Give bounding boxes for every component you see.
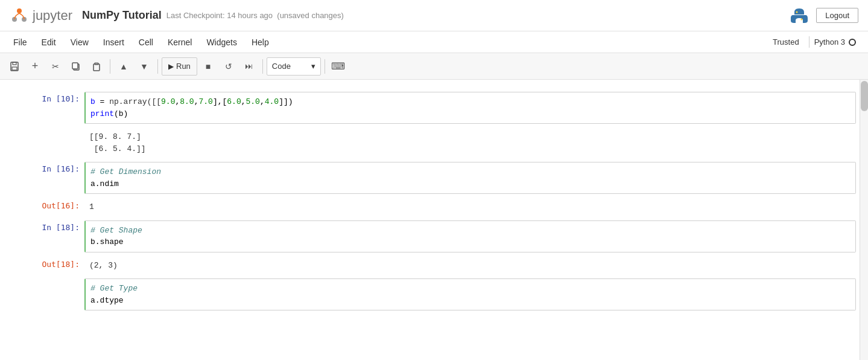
add-cell-button[interactable]: + [25,57,45,76]
header: jupyter NumPy Tutorial Last Checkpoint: … [0,0,868,31]
run-label: Run [176,62,191,71]
cell-code-18[interactable]: # Get Shape b.shape [84,220,856,252]
menubar-right: Trusted Python 3 [768,36,861,48]
save-button[interactable] [5,57,24,76]
cell-output-label-18: Out[18]: [12,257,84,269]
cell-label-16: In [16]: [12,162,84,173]
cell-output-18: Out[18]: (2, 3) [0,257,868,274]
cell-output-label-16: Out[16]: [12,199,84,210]
cell-output-text-18: (2, 3) [84,257,856,274]
jupyter-logo: jupyter [10,6,72,25]
copy-button[interactable] [66,57,86,76]
svg-rect-6 [13,62,16,65]
code-line-1: b = np.array([[9.0,8.0,7.0],[6.0,5.0,4.0… [90,96,851,108]
paste-button[interactable] [87,57,106,76]
cell-type-chevron: ▾ [311,62,315,71]
menu-cell[interactable]: Cell [133,35,159,50]
move-down-button[interactable]: ▼ [135,57,154,76]
kernel-name: Python 3 [814,37,845,47]
main-area: In [10]: b = np.array([[9.0,8.0,7.0],[6.… [0,80,868,360]
run-button[interactable]: ▶ Run [162,57,197,76]
cell-input-10: In [10]: b = np.array([[9.0,8.0,7.0],[6.… [0,92,868,124]
save-icon [10,62,19,71]
trusted-button[interactable]: Trusted [768,36,804,48]
code-comment-16: # Get Dimension [90,166,851,178]
paste-icon [92,62,101,71]
scrollbar-thumb[interactable] [861,81,868,111]
notebook-title[interactable]: NumPy Tutorial [82,9,162,22]
cell-output-text-10: [[9. 8. 7.] [6. 5. 4.]] [84,129,856,157]
menu-widgets[interactable]: Widgets [200,35,243,50]
code-comment-18: # Get Shape [90,225,851,237]
toolbar-separator-3 [262,59,263,74]
cell-label-10: In [10]: [12,92,84,103]
kernel-status-circle [849,39,856,46]
code-line-16: a.ndim [90,178,851,190]
jupyter-logo-icon [10,6,29,25]
code-line-18: b.shape [90,236,851,248]
code-line-2: print(b) [90,108,851,120]
toolbar-separator-2 [157,59,158,74]
toolbar-separator-4 [325,59,325,74]
copy-icon [71,62,81,71]
checkpoint-info: Last Checkpoint: 14 hours ago (unsaved c… [166,11,344,20]
menu-view[interactable]: View [65,35,95,50]
cell-label-18: In [18]: [12,220,84,232]
move-up-button[interactable]: ▲ [114,57,133,76]
svg-rect-9 [72,63,78,69]
svg-rect-10 [93,64,100,71]
python-logo-icon [790,6,809,25]
header-right: Logout [790,6,858,25]
kernel-info: Python 3 [809,36,861,48]
menubar: File Edit View Insert Cell Kernel Widget… [0,31,868,53]
cell-output-text-16: 1 [84,199,856,216]
svg-point-0 [17,8,22,13]
cell-label-type [12,278,84,281]
jupyter-brand-text: jupyter [33,8,72,24]
svg-rect-7 [12,67,17,70]
cell-code-10[interactable]: b = np.array([[9.0,8.0,7.0],[6.0,5.0,4.0… [84,92,856,124]
notebook-area: In [10]: b = np.array([[9.0,8.0,7.0],[6.… [0,80,868,360]
restart-button[interactable]: ↺ [219,57,238,76]
cell-code-type[interactable]: # Get Type a.dtype [84,278,856,310]
cut-button[interactable]: ✂ [46,57,65,76]
restart-run-button[interactable]: ⏭ [239,57,259,76]
svg-point-4 [801,18,803,20]
cell-code-16[interactable]: # Get Dimension a.ndim [84,162,856,194]
logout-button[interactable]: Logout [816,8,858,23]
menu-edit[interactable]: Edit [36,35,62,50]
toolbar: + ✂ ▲ ▼ ▶ Run ■ ↺ ⏭ Code ▾ ⌨ [0,53,868,80]
cell-type-value: Code [272,62,291,71]
cell-output-label-10 [12,129,84,131]
cell-input-18: In [18]: # Get Shape b.shape [0,220,868,252]
cell-output-10: [[9. 8. 7.] [6. 5. 4.]] [0,129,868,157]
menu-kernel[interactable]: Kernel [162,35,198,50]
keyboard-shortcuts-button[interactable]: ⌨ [329,57,348,76]
stop-button[interactable]: ■ [198,57,218,76]
code-line-type: a.dtype [90,295,851,307]
menu-file[interactable]: File [7,35,33,50]
code-comment-type: # Get Type [90,283,851,295]
cell-input-16: In [16]: # Get Dimension a.ndim [0,162,868,194]
scrollbar-track[interactable] [860,80,868,360]
cell-output-16: Out[16]: 1 [0,199,868,216]
menu-insert[interactable]: Insert [97,35,130,50]
svg-point-3 [796,11,798,13]
cell-input-type: # Get Type a.dtype [0,278,868,310]
toolbar-separator-1 [110,59,110,74]
menu-help[interactable]: Help [246,35,275,50]
cell-type-dropdown[interactable]: Code ▾ [267,57,321,76]
